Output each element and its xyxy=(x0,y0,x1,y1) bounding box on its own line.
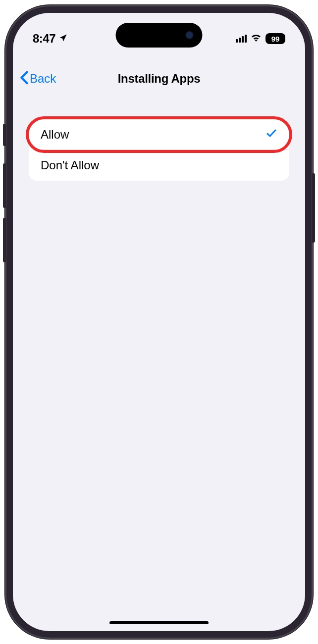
wifi-icon xyxy=(251,34,262,44)
battery-level: 99 xyxy=(271,35,280,43)
phone-frame: 8:47 xyxy=(5,5,313,639)
checkmark-icon xyxy=(265,127,277,143)
back-button[interactable]: Back xyxy=(20,71,56,87)
option-allow[interactable]: Allow xyxy=(29,119,289,150)
status-left: 8:47 xyxy=(33,32,67,46)
cellular-signal-icon xyxy=(236,35,247,43)
battery-indicator: 99 xyxy=(265,33,285,44)
dynamic-island xyxy=(116,23,203,48)
content-area: Allow Don't Allow xyxy=(29,119,289,181)
page-title: Installing Apps xyxy=(118,72,201,86)
option-label: Don't Allow xyxy=(41,158,99,172)
screen: 8:47 xyxy=(13,13,305,631)
option-dont-allow[interactable]: Don't Allow xyxy=(29,150,289,181)
silent-switch xyxy=(3,124,6,146)
status-time: 8:47 xyxy=(33,32,55,46)
back-label: Back xyxy=(30,72,56,86)
front-camera xyxy=(186,31,194,39)
home-indicator[interactable] xyxy=(109,621,209,624)
volume-down-button xyxy=(3,218,6,262)
option-label: Allow xyxy=(41,128,69,142)
navigation-bar: Back Installing Apps xyxy=(13,65,305,93)
power-button xyxy=(312,173,315,243)
chevron-left-icon xyxy=(20,71,29,87)
volume-up-button xyxy=(3,163,6,208)
option-list: Allow Don't Allow xyxy=(29,119,289,181)
status-right: 99 xyxy=(236,33,285,44)
location-icon xyxy=(58,32,67,46)
